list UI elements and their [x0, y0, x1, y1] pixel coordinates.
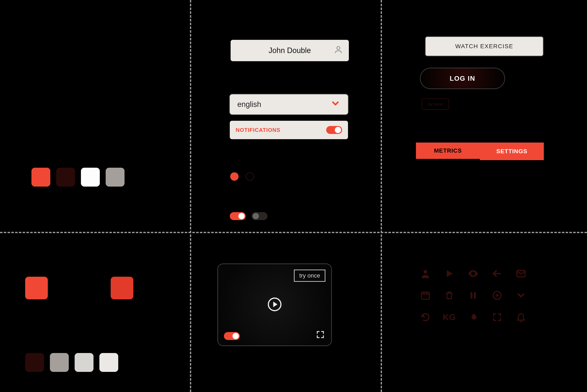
palette-swatches-accent	[25, 277, 133, 299]
icon-grid: KG	[416, 264, 530, 326]
calendar-icon	[416, 286, 435, 305]
notifications-label: NOTIFICATIONS	[236, 127, 280, 133]
language-value: english	[237, 100, 261, 109]
login-label: LOG IN	[450, 75, 475, 82]
svg-point-3	[424, 270, 427, 274]
notifications-row: NOTIFICATIONS	[230, 121, 348, 139]
watch-exercise-button[interactable]: WATCH EXERCISE	[426, 37, 543, 56]
tab-settings[interactable]: SETTINGS	[480, 142, 544, 160]
svg-point-0	[337, 46, 340, 50]
trash-icon	[440, 286, 459, 305]
mail-icon	[512, 264, 530, 283]
person-icon	[416, 264, 435, 283]
video-card-toggle[interactable]	[224, 332, 240, 340]
arrow-left-icon	[488, 264, 506, 283]
try-once-button[interactable]: try once	[294, 270, 325, 282]
svg-marker-4	[447, 270, 452, 277]
eye-icon	[464, 264, 482, 283]
swatch-primary-red	[32, 168, 50, 186]
radio-group	[230, 172, 254, 181]
play-solid-icon	[440, 264, 459, 283]
swatch-grey	[106, 168, 124, 186]
radio-option-2[interactable]	[246, 172, 254, 181]
grid-divider-vertical-2	[381, 0, 382, 392]
fullscreen-icon[interactable]	[316, 330, 325, 340]
swatch-neutral-2	[50, 353, 69, 372]
svg-marker-2	[273, 302, 277, 307]
watch-exercise-label: WATCH EXERCISE	[455, 43, 514, 50]
svg-rect-12	[474, 292, 476, 298]
grid-divider-horizontal	[0, 232, 587, 233]
flame-icon	[464, 308, 482, 326]
swatch-neutral-4	[99, 353, 118, 372]
chevron-down-icon	[330, 98, 340, 110]
svg-rect-11	[470, 292, 472, 298]
tab-settings-label: SETTINGS	[496, 148, 527, 155]
tab-metrics-label: METRICS	[434, 147, 462, 154]
swatch-neutral-1	[25, 353, 44, 372]
palette-swatches-top	[32, 168, 124, 186]
refresh-icon	[416, 308, 435, 326]
tab-bar: METRICS SETTINGS	[416, 142, 544, 160]
add-circle-icon	[488, 286, 506, 305]
notifications-toggle[interactable]	[326, 126, 342, 134]
swatch-neutral-3	[75, 353, 94, 372]
profile-name-label: John Double	[268, 46, 311, 55]
play-icon[interactable]	[266, 296, 283, 314]
radio-option-1[interactable]	[230, 172, 238, 181]
try-once-small-button[interactable]: try once	[422, 98, 449, 110]
toggle-off-sample[interactable]	[252, 212, 268, 220]
tab-metrics[interactable]: METRICS	[416, 142, 480, 160]
language-select[interactable]: english	[230, 94, 348, 114]
fullscreen-corners-icon	[488, 308, 506, 326]
swatch-accent-2	[111, 277, 133, 299]
toggle-on-sample[interactable]	[230, 212, 246, 220]
bell-icon	[512, 308, 530, 326]
grid-divider-vertical-1	[190, 0, 191, 392]
video-preview-card: try once	[218, 264, 331, 346]
login-button[interactable]: LOG IN	[420, 68, 504, 88]
kg-unit-label: KG	[440, 308, 459, 326]
chevron-down-icon	[512, 286, 530, 305]
swatch-white	[81, 168, 100, 186]
try-once-label: try once	[299, 272, 320, 279]
profile-name-field[interactable]: John Double	[230, 40, 349, 61]
person-icon	[334, 45, 343, 56]
swatch-accent-1	[25, 277, 48, 299]
try-once-small-label: try once	[428, 102, 443, 107]
pause-icon	[464, 286, 482, 305]
swatch-dark-red	[56, 168, 75, 186]
svg-rect-7	[422, 292, 429, 299]
palette-swatches-neutral	[25, 353, 118, 372]
